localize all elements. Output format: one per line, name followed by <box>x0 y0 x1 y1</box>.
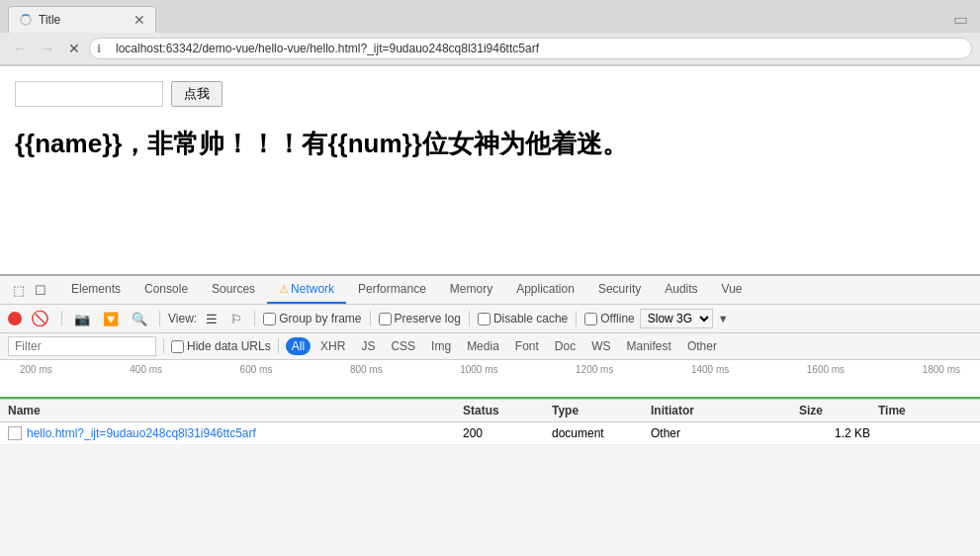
timeline-label-1600: 1600 ms <box>807 364 845 375</box>
row-initiator: Other <box>651 426 799 440</box>
tab-console[interactable]: Console <box>133 276 200 304</box>
separator-3 <box>254 311 255 326</box>
new-tab-button[interactable]: ▭ <box>949 7 972 32</box>
network-table: Name Status Type Initiator Size Time hel… <box>0 400 980 445</box>
timeline-label-1200: 1200 ms <box>576 364 613 375</box>
throttle-select[interactable]: Slow 3G <box>640 309 713 328</box>
click-button[interactable]: 点我 <box>171 81 223 107</box>
view-list-button[interactable]: ☰ <box>202 310 222 328</box>
tab-sources[interactable]: Sources <box>200 276 267 304</box>
new-tab-area: ▭ <box>941 6 980 33</box>
network-toolbar: 🚫 📷 🔽 🔍 View: ☰ ⚐ Group by frame Preserv… <box>0 305 980 333</box>
inspect-element-button[interactable]: ⬚ <box>8 277 30 304</box>
view-label: View: <box>168 312 197 325</box>
tab-application[interactable]: Application <box>504 276 586 304</box>
filter-tag-doc[interactable]: Doc <box>549 337 581 355</box>
page-content: 点我 {{name}}，非常帅！！！有{{num}}位女神为他着迷。 <box>0 66 980 274</box>
filter-button[interactable]: 🔽 <box>99 310 123 328</box>
separator-1 <box>61 311 62 326</box>
group-by-frame-checkbox[interactable] <box>263 313 276 325</box>
timeline-label-600: 600 ms <box>240 364 273 375</box>
separator-5 <box>469 311 470 326</box>
filter-tag-media[interactable]: Media <box>461 337 505 355</box>
timeline-label-1000: 1000 ms <box>460 364 497 375</box>
hide-data-urls-checkbox[interactable] <box>171 340 184 353</box>
table-header-row: Name Status Type Initiator Size Time <box>0 400 980 422</box>
col-header-name: Name <box>8 404 463 417</box>
devtools-panel: ⬚ ☐ Elements Console Sources ⚠Network Pe… <box>0 274 980 556</box>
table-row[interactable]: hello.html?_ijt=9udauo248cq8l31i946ttc5a… <box>0 422 980 445</box>
refresh-button[interactable]: ✕ <box>63 39 85 58</box>
name-input[interactable] <box>15 81 163 107</box>
offline-label[interactable]: Offline <box>584 312 634 325</box>
filter-tag-xhr[interactable]: XHR <box>314 337 351 355</box>
timeline-label-1400: 1400 ms <box>691 364 729 375</box>
filter-bar: Hide data URLs All XHR JS CSS Img Media … <box>0 333 980 360</box>
record-button[interactable] <box>8 312 22 325</box>
view-waterfall-button[interactable]: ⚐ <box>226 310 246 328</box>
row-type: document <box>552 426 651 440</box>
col-header-status: Status <box>463 404 552 417</box>
timeline-label-1800: 1800 ms <box>923 364 960 375</box>
row-size: 1.2 KB <box>799 426 878 440</box>
tab-performance[interactable]: Performance <box>346 276 438 304</box>
col-header-initiator: Initiator <box>651 404 799 417</box>
separator-4 <box>370 311 371 326</box>
browser-chrome: Title ✕ ▭ ← → ✕ ℹ <box>0 0 980 66</box>
filter-input[interactable] <box>8 336 156 356</box>
separator-2 <box>159 311 160 326</box>
camera-button[interactable]: 📷 <box>70 310 94 328</box>
preserve-log-label[interactable]: Preserve log <box>379 312 461 325</box>
hide-data-urls-label[interactable]: Hide data URLs <box>171 339 271 353</box>
timeline-bar: 200 ms 400 ms 600 ms 800 ms 1000 ms 1200… <box>0 360 980 400</box>
tab-elements[interactable]: Elements <box>59 276 133 304</box>
address-wrapper: ℹ <box>89 38 972 59</box>
sep-filter <box>163 338 164 354</box>
tab-title: Title <box>39 13 128 27</box>
tab-audits[interactable]: Audits <box>653 276 709 304</box>
preserve-log-checkbox[interactable] <box>379 313 392 325</box>
devtools-tab-bar: ⬚ ☐ Elements Console Sources ⚠Network Pe… <box>0 276 980 305</box>
info-icon: ℹ <box>97 43 101 55</box>
filter-tag-img[interactable]: Img <box>425 337 457 355</box>
row-name-cell: hello.html?_ijt=9udauo248cq8l31i946ttc5a… <box>8 426 463 440</box>
address-bar: ← → ✕ ℹ <box>0 33 980 65</box>
group-by-frame-label[interactable]: Group by frame <box>263 312 361 325</box>
filter-tag-ws[interactable]: WS <box>585 337 616 355</box>
tab-memory[interactable]: Memory <box>438 276 504 304</box>
tab-favicon-spinner <box>19 13 33 27</box>
disable-cache-checkbox[interactable] <box>478 313 490 325</box>
row-filename: hello.html?_ijt=9udauo248cq8l31i946ttc5a… <box>27 426 256 440</box>
browser-tab[interactable]: Title ✕ <box>8 6 156 33</box>
timeline-label-400: 400 ms <box>130 364 162 375</box>
address-input[interactable] <box>89 38 972 59</box>
filter-tag-js[interactable]: JS <box>355 337 381 355</box>
sep-filter2 <box>278 338 279 354</box>
clear-button[interactable]: 🚫 <box>27 308 53 329</box>
col-header-time: Time <box>878 404 957 417</box>
offline-checkbox[interactable] <box>584 313 597 325</box>
col-header-type: Type <box>552 404 651 417</box>
timeline-label-200: 200 ms <box>20 364 52 375</box>
disable-cache-label[interactable]: Disable cache <box>478 312 568 325</box>
search-button[interactable]: 🔍 <box>128 310 151 328</box>
forward-button[interactable]: → <box>36 39 59 58</box>
filter-tag-manifest[interactable]: Manifest <box>621 337 677 355</box>
device-toolbar-button[interactable]: ☐ <box>30 277 51 304</box>
timeline-green-line <box>0 397 980 399</box>
filter-tag-font[interactable]: Font <box>509 337 545 355</box>
filter-tag-all[interactable]: All <box>286 337 311 355</box>
filter-tag-css[interactable]: CSS <box>385 337 421 355</box>
filter-tag-other[interactable]: Other <box>681 337 723 355</box>
row-file-icon <box>8 426 22 440</box>
back-button[interactable]: ← <box>8 39 32 58</box>
row-status: 200 <box>463 426 552 440</box>
tab-close-button[interactable]: ✕ <box>134 12 145 28</box>
tab-security[interactable]: Security <box>586 276 653 304</box>
tab-bar: Title ✕ ▭ <box>0 0 980 33</box>
tab-vue[interactable]: Vue <box>710 276 755 304</box>
timeline-label-800: 800 ms <box>350 364 383 375</box>
throttle-dropdown-button[interactable]: ▼ <box>718 313 729 324</box>
warning-icon: ⚠ <box>279 283 289 295</box>
tab-network[interactable]: ⚠Network <box>267 276 346 304</box>
